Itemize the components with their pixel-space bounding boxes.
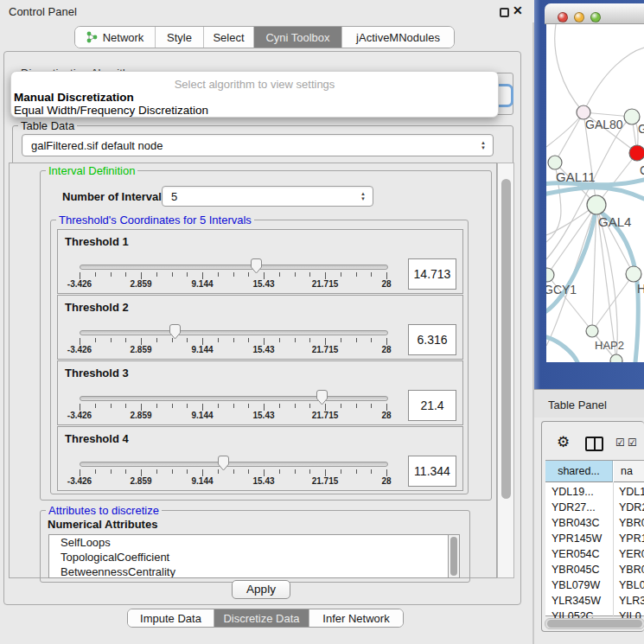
threshold-slider-thumb[interactable] [217,456,230,471]
attributes-scrollbar[interactable] [448,534,460,578]
threshold-slider-thumb[interactable] [250,258,263,274]
slider-tick [248,272,249,277]
split-columns-icon[interactable] [585,437,603,451]
tab-jactivemnodules[interactable]: jActiveMNodules [341,27,454,48]
network-canvas[interactable]: GAL80GCGAL11GAL4GCY1HHAP2 [546,24,644,362]
network-node-label: C [640,163,644,177]
table-row-name[interactable]: YLR3 [619,593,644,609]
table-row-shared-name[interactable]: YER054C [552,546,600,562]
settings-scrollbar[interactable] [497,163,514,578]
network-edge[interactable] [546,112,583,147]
algorithm-item-equal-width[interactable]: Equal Width/Frequency Discretization [14,104,208,117]
threshold-slider-track[interactable] [80,396,388,401]
close-icon[interactable]: ✕ [513,3,523,17]
threshold-value-field[interactable]: 14.713 [408,258,456,290]
num-intervals-combo[interactable]: 5 ▲▼ [162,186,373,207]
slider-scale-label: 21.715 [306,279,344,289]
threshold-2-box: Threshold 2-3.4262.8599.14415.4321.71528… [57,295,463,360]
tab-impute-data[interactable]: Impute Data [128,609,214,627]
threshold-slider-track[interactable] [80,462,388,467]
settings-scrollbar-thumb[interactable] [501,179,511,499]
threshold-slider-track[interactable] [80,265,388,270]
threshold-slider-track[interactable] [80,330,388,335]
minimize-traffic-light-icon[interactable] [574,12,584,22]
slider-tick [95,404,96,408]
column-header-shared-name[interactable]: shared... [545,461,613,482]
checkbox-select-icon[interactable]: ☑ [628,437,637,449]
network-edge[interactable] [592,274,634,331]
table-row-name[interactable]: YDR2 [619,500,644,515]
table-row-shared-name[interactable]: YBR045C [552,562,600,577]
threshold-slider-thumb[interactable] [169,324,182,340]
network-node-gal11[interactable] [548,156,562,169]
table-data-combo[interactable]: galFiltered.sif default node ▲▼ [22,134,494,156]
attribute-item[interactable]: BetweennessCentrality [49,564,448,578]
network-edge[interactable] [555,112,583,163]
algorithm-prompt-item[interactable]: Select algorithm to view settings [11,78,498,91]
attribute-item[interactable]: SelfLoops [49,535,448,550]
network-edge[interactable] [555,24,583,112]
num-intervals-label: Number of Intervals [62,190,168,203]
network-node-gcy1[interactable] [546,268,554,282]
node-table[interactable]: shared... na YDL19...YDL1YDR27...YDR2YBR… [545,460,644,616]
algorithm-item-manual[interactable]: Manual Discretization [14,91,134,104]
apply-button[interactable]: Apply [232,580,290,599]
gear-icon[interactable]: ⚙ [557,433,570,451]
network-node[interactable] [610,354,622,362]
network-graph: GAL80GCGAL11GAL4GCY1HHAP2 [546,24,644,362]
tab-network[interactable]: Network [75,27,155,48]
threshold-value-field[interactable]: 6.316 [408,324,456,355]
network-node-c[interactable] [629,145,644,161]
float-window-icon[interactable] [500,8,509,17]
table-row-shared-name[interactable]: YBR043C [552,515,600,531]
table-row-name[interactable]: YBL0 [619,577,644,593]
network-node-label: H [637,282,644,296]
table-hscrollbar-thumb[interactable] [547,620,642,628]
table-hscrollbar[interactable] [545,618,644,629]
threshold-value-field[interactable]: 11.344 [408,456,456,487]
threshold-label: Threshold 4 [65,432,129,445]
tab-select[interactable]: Select [203,27,253,48]
table-row-name[interactable]: YBR0 [619,562,644,577]
attribute-item[interactable]: TopologicalCoefficient [49,550,448,564]
tab-style[interactable]: Style [155,27,203,48]
table-row-shared-name[interactable]: YDL19... [552,484,594,500]
slider-scale-label: 2.859 [122,279,160,289]
numerical-attributes-list[interactable]: SelfLoopsTopologicalCoefficientBetweenne… [48,534,448,578]
table-row-name[interactable]: YER0 [619,546,644,562]
slider-tick [156,272,157,277]
slider-scale-label: -3.426 [61,411,99,420]
slider-scale-label: 9.144 [183,476,221,486]
threshold-slider-thumb[interactable] [316,390,328,405]
table-data-label: Table Data [18,119,77,132]
network-node-gal4[interactable] [587,195,606,214]
tab-infer-network[interactable]: Infer Network [309,609,403,627]
threshold-label: Threshold 3 [65,367,129,379]
threshold-value-field[interactable]: 21.4 [408,390,456,421]
slider-tick [141,338,142,345]
network-node-hap2[interactable] [586,325,598,337]
slider-scale-label: 15.43 [245,476,283,486]
network-node-h[interactable] [626,266,641,282]
table-row-shared-name[interactable]: YLR345W [552,593,601,609]
checkbox-select-icon[interactable]: ☑ [615,437,625,449]
slider-tick [371,469,372,474]
slider-tick [125,404,126,408]
table-row-name[interactable]: YBR0 [619,515,644,531]
column-divider [613,482,614,617]
tab-discretize-data[interactable]: Discretize Data [214,609,309,627]
network-edge[interactable] [583,48,644,112]
zoom-traffic-light-icon[interactable] [590,12,601,22]
table-row-shared-name[interactable]: YBL079W [552,577,600,593]
table-row-shared-name[interactable]: YDR27... [552,500,596,515]
attributes-scrollbar-thumb[interactable] [450,537,457,576]
tab-cyni-toolbox[interactable]: Cyni Toolbox [253,27,341,48]
close-traffic-light-icon[interactable] [558,12,568,22]
table-row-name[interactable]: YDL1 [619,484,644,500]
table-row-shared-name[interactable]: YPR145W [552,531,602,546]
table-row-name[interactable]: YPR1 [619,531,644,546]
network-edge-thick[interactable] [546,337,577,362]
column-header-name[interactable]: na [614,461,644,482]
table-panel-title: Table Panel [548,399,607,411]
slider-tick [187,469,188,474]
